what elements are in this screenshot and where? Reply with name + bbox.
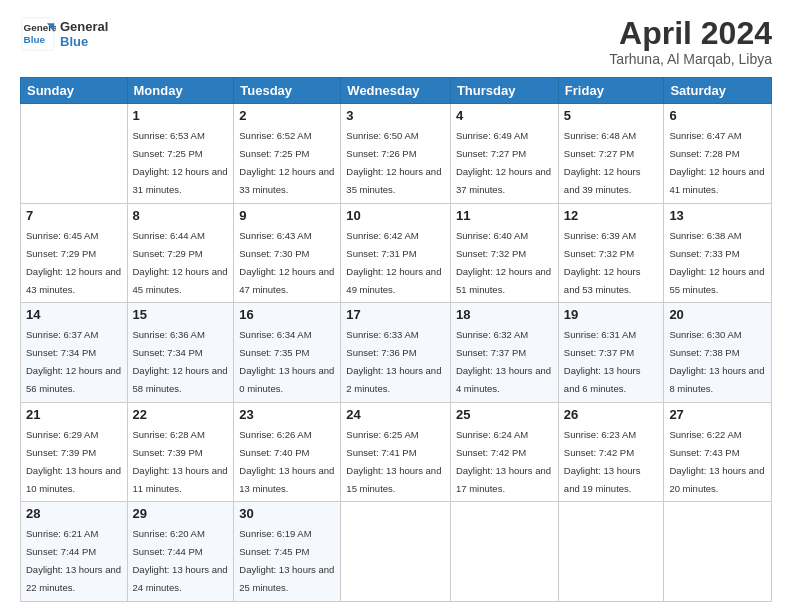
- day-number: 25: [456, 407, 553, 422]
- day-number: 23: [239, 407, 335, 422]
- day-number: 15: [133, 307, 229, 322]
- cell-w2-d1: 8 Sunrise: 6:44 AMSunset: 7:29 PMDayligh…: [127, 203, 234, 303]
- location: Tarhuna, Al Marqab, Libya: [609, 51, 772, 67]
- day-info: Sunrise: 6:42 AMSunset: 7:31 PMDaylight:…: [346, 230, 441, 295]
- day-number: 9: [239, 208, 335, 223]
- cell-w2-d6: 13 Sunrise: 6:38 AMSunset: 7:33 PMDaylig…: [664, 203, 772, 303]
- week-row-1: 1 Sunrise: 6:53 AMSunset: 7:25 PMDayligh…: [21, 104, 772, 204]
- cell-w5-d4: [450, 502, 558, 602]
- day-info: Sunrise: 6:19 AMSunset: 7:45 PMDaylight:…: [239, 528, 334, 593]
- cell-w3-d0: 14 Sunrise: 6:37 AMSunset: 7:34 PMDaylig…: [21, 303, 128, 403]
- cell-w3-d5: 19 Sunrise: 6:31 AMSunset: 7:37 PMDaylig…: [558, 303, 664, 403]
- day-info: Sunrise: 6:34 AMSunset: 7:35 PMDaylight:…: [239, 329, 334, 394]
- cell-w5-d6: [664, 502, 772, 602]
- cell-w1-d5: 5 Sunrise: 6:48 AMSunset: 7:27 PMDayligh…: [558, 104, 664, 204]
- cell-w4-d1: 22 Sunrise: 6:28 AMSunset: 7:39 PMDaylig…: [127, 402, 234, 502]
- week-row-4: 21 Sunrise: 6:29 AMSunset: 7:39 PMDaylig…: [21, 402, 772, 502]
- day-number: 7: [26, 208, 122, 223]
- day-info: Sunrise: 6:26 AMSunset: 7:40 PMDaylight:…: [239, 429, 334, 494]
- day-number: 5: [564, 108, 659, 123]
- day-info: Sunrise: 6:47 AMSunset: 7:28 PMDaylight:…: [669, 130, 764, 195]
- day-number: 11: [456, 208, 553, 223]
- day-number: 3: [346, 108, 445, 123]
- col-sunday: Sunday: [21, 78, 128, 104]
- cell-w3-d1: 15 Sunrise: 6:36 AMSunset: 7:34 PMDaylig…: [127, 303, 234, 403]
- day-info: Sunrise: 6:45 AMSunset: 7:29 PMDaylight:…: [26, 230, 121, 295]
- cell-w5-d5: [558, 502, 664, 602]
- week-row-2: 7 Sunrise: 6:45 AMSunset: 7:29 PMDayligh…: [21, 203, 772, 303]
- cell-w2-d2: 9 Sunrise: 6:43 AMSunset: 7:30 PMDayligh…: [234, 203, 341, 303]
- day-number: 28: [26, 506, 122, 521]
- day-number: 8: [133, 208, 229, 223]
- cell-w5-d2: 30 Sunrise: 6:19 AMSunset: 7:45 PMDaylig…: [234, 502, 341, 602]
- day-number: 24: [346, 407, 445, 422]
- title-section: April 2024 Tarhuna, Al Marqab, Libya: [609, 16, 772, 67]
- cell-w5-d0: 28 Sunrise: 6:21 AMSunset: 7:44 PMDaylig…: [21, 502, 128, 602]
- day-info: Sunrise: 6:38 AMSunset: 7:33 PMDaylight:…: [669, 230, 764, 295]
- cell-w5-d1: 29 Sunrise: 6:20 AMSunset: 7:44 PMDaylig…: [127, 502, 234, 602]
- cell-w1-d6: 6 Sunrise: 6:47 AMSunset: 7:28 PMDayligh…: [664, 104, 772, 204]
- day-number: 18: [456, 307, 553, 322]
- calendar-header-row: Sunday Monday Tuesday Wednesday Thursday…: [21, 78, 772, 104]
- cell-w1-d4: 4 Sunrise: 6:49 AMSunset: 7:27 PMDayligh…: [450, 104, 558, 204]
- logo: General Blue General Blue: [20, 16, 108, 52]
- day-number: 6: [669, 108, 766, 123]
- logo-text: General Blue: [60, 19, 108, 49]
- day-info: Sunrise: 6:36 AMSunset: 7:34 PMDaylight:…: [133, 329, 228, 394]
- day-info: Sunrise: 6:44 AMSunset: 7:29 PMDaylight:…: [133, 230, 228, 295]
- page: General Blue General Blue April 2024 Tar…: [0, 0, 792, 612]
- cell-w1-d0: [21, 104, 128, 204]
- col-tuesday: Tuesday: [234, 78, 341, 104]
- month-title: April 2024: [609, 16, 772, 51]
- cell-w2-d5: 12 Sunrise: 6:39 AMSunset: 7:32 PMDaylig…: [558, 203, 664, 303]
- day-number: 26: [564, 407, 659, 422]
- day-number: 1: [133, 108, 229, 123]
- day-info: Sunrise: 6:43 AMSunset: 7:30 PMDaylight:…: [239, 230, 334, 295]
- col-wednesday: Wednesday: [341, 78, 451, 104]
- cell-w3-d2: 16 Sunrise: 6:34 AMSunset: 7:35 PMDaylig…: [234, 303, 341, 403]
- cell-w4-d2: 23 Sunrise: 6:26 AMSunset: 7:40 PMDaylig…: [234, 402, 341, 502]
- cell-w4-d4: 25 Sunrise: 6:24 AMSunset: 7:42 PMDaylig…: [450, 402, 558, 502]
- cell-w2-d3: 10 Sunrise: 6:42 AMSunset: 7:31 PMDaylig…: [341, 203, 451, 303]
- col-thursday: Thursday: [450, 78, 558, 104]
- cell-w4-d3: 24 Sunrise: 6:25 AMSunset: 7:41 PMDaylig…: [341, 402, 451, 502]
- cell-w2-d4: 11 Sunrise: 6:40 AMSunset: 7:32 PMDaylig…: [450, 203, 558, 303]
- col-saturday: Saturday: [664, 78, 772, 104]
- day-info: Sunrise: 6:37 AMSunset: 7:34 PMDaylight:…: [26, 329, 121, 394]
- cell-w3-d4: 18 Sunrise: 6:32 AMSunset: 7:37 PMDaylig…: [450, 303, 558, 403]
- day-number: 4: [456, 108, 553, 123]
- day-number: 13: [669, 208, 766, 223]
- day-info: Sunrise: 6:48 AMSunset: 7:27 PMDaylight:…: [564, 130, 641, 195]
- week-row-5: 28 Sunrise: 6:21 AMSunset: 7:44 PMDaylig…: [21, 502, 772, 602]
- calendar: Sunday Monday Tuesday Wednesday Thursday…: [20, 77, 772, 602]
- cell-w1-d1: 1 Sunrise: 6:53 AMSunset: 7:25 PMDayligh…: [127, 104, 234, 204]
- day-info: Sunrise: 6:53 AMSunset: 7:25 PMDaylight:…: [133, 130, 228, 195]
- day-number: 10: [346, 208, 445, 223]
- day-number: 12: [564, 208, 659, 223]
- col-friday: Friday: [558, 78, 664, 104]
- day-info: Sunrise: 6:23 AMSunset: 7:42 PMDaylight:…: [564, 429, 641, 494]
- day-info: Sunrise: 6:49 AMSunset: 7:27 PMDaylight:…: [456, 130, 551, 195]
- day-info: Sunrise: 6:52 AMSunset: 7:25 PMDaylight:…: [239, 130, 334, 195]
- day-number: 27: [669, 407, 766, 422]
- day-info: Sunrise: 6:40 AMSunset: 7:32 PMDaylight:…: [456, 230, 551, 295]
- day-info: Sunrise: 6:31 AMSunset: 7:37 PMDaylight:…: [564, 329, 641, 394]
- cell-w1-d2: 2 Sunrise: 6:52 AMSunset: 7:25 PMDayligh…: [234, 104, 341, 204]
- day-info: Sunrise: 6:20 AMSunset: 7:44 PMDaylight:…: [133, 528, 228, 593]
- day-number: 29: [133, 506, 229, 521]
- day-info: Sunrise: 6:22 AMSunset: 7:43 PMDaylight:…: [669, 429, 764, 494]
- day-info: Sunrise: 6:28 AMSunset: 7:39 PMDaylight:…: [133, 429, 228, 494]
- cell-w4-d0: 21 Sunrise: 6:29 AMSunset: 7:39 PMDaylig…: [21, 402, 128, 502]
- day-info: Sunrise: 6:39 AMSunset: 7:32 PMDaylight:…: [564, 230, 641, 295]
- day-number: 14: [26, 307, 122, 322]
- day-info: Sunrise: 6:29 AMSunset: 7:39 PMDaylight:…: [26, 429, 121, 494]
- cell-w5-d3: [341, 502, 451, 602]
- cell-w1-d3: 3 Sunrise: 6:50 AMSunset: 7:26 PMDayligh…: [341, 104, 451, 204]
- day-info: Sunrise: 6:33 AMSunset: 7:36 PMDaylight:…: [346, 329, 441, 394]
- day-number: 21: [26, 407, 122, 422]
- cell-w3-d6: 20 Sunrise: 6:30 AMSunset: 7:38 PMDaylig…: [664, 303, 772, 403]
- cell-w3-d3: 17 Sunrise: 6:33 AMSunset: 7:36 PMDaylig…: [341, 303, 451, 403]
- day-number: 20: [669, 307, 766, 322]
- cell-w4-d6: 27 Sunrise: 6:22 AMSunset: 7:43 PMDaylig…: [664, 402, 772, 502]
- day-info: Sunrise: 6:32 AMSunset: 7:37 PMDaylight:…: [456, 329, 551, 394]
